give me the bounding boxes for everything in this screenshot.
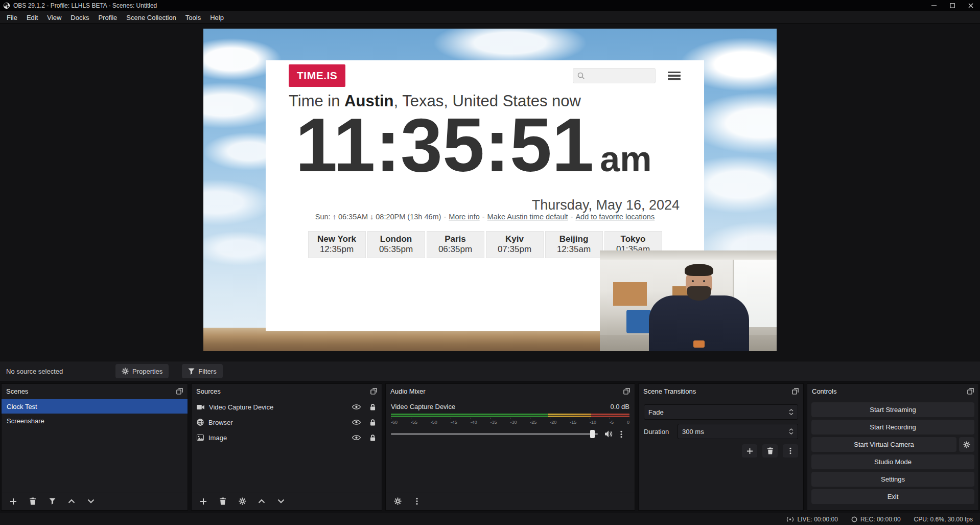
- duration-input[interactable]: 300 ms: [678, 424, 798, 439]
- lock-toggle[interactable]: [370, 419, 376, 426]
- lock-toggle[interactable]: [370, 435, 376, 441]
- properties-button[interactable]: Properties: [115, 364, 169, 378]
- transitions-dock-title: Scene Transitions: [643, 387, 696, 395]
- city-card-new-york: New York 12:35pm: [308, 231, 366, 258]
- sources-dock-title: Sources: [196, 387, 221, 395]
- plus-icon: [200, 498, 207, 505]
- start-virtual-camera-button[interactable]: Start Virtual Camera: [811, 437, 956, 452]
- visibility-toggle[interactable]: [352, 404, 361, 409]
- menu-tools[interactable]: Tools: [181, 11, 205, 24]
- popout-icon[interactable]: [370, 388, 377, 395]
- source-item-video-capture-device[interactable]: Video Capture Device: [192, 399, 382, 415]
- scene-filters-button[interactable]: [46, 496, 58, 507]
- hamburger-menu-icon: [668, 72, 681, 80]
- mute-button[interactable]: [605, 430, 613, 438]
- source-properties-button[interactable]: [237, 496, 248, 507]
- timeis-search-input: [573, 68, 656, 83]
- rec-status: REC: 00:00:00: [851, 516, 901, 523]
- visibility-toggle[interactable]: [352, 435, 361, 440]
- studio-mode-button[interactable]: Studio Mode: [811, 454, 974, 469]
- controls-dock-title: Controls: [812, 387, 836, 395]
- image-icon: [197, 435, 204, 441]
- duration-decrease-button[interactable]: [789, 432, 794, 435]
- source-label: Video Capture Device: [209, 403, 273, 411]
- timeis-date: Thursday, May 16, 2024: [532, 197, 680, 213]
- visibility-toggle[interactable]: [352, 420, 361, 425]
- audio-mixer-dock: Audio Mixer Video Capture Device 0.0 dB …: [385, 383, 635, 511]
- transition-select[interactable]: Fade: [644, 404, 798, 420]
- webcam-hoodie-logo: [693, 340, 705, 348]
- remove-scene-button[interactable]: [27, 496, 38, 507]
- start-streaming-button[interactable]: Start Streaming: [811, 402, 974, 417]
- virtual-camera-config-button[interactable]: [959, 437, 974, 452]
- maximize-button[interactable]: [943, 0, 962, 11]
- gear-icon: [122, 368, 129, 375]
- mixer-menu-button[interactable]: [411, 496, 423, 507]
- timeis-header: TIME.IS: [289, 64, 681, 87]
- gear-icon: [394, 497, 402, 505]
- popout-icon[interactable]: [967, 388, 974, 395]
- city-card-kyiv: Kyiv 07:35pm: [486, 231, 544, 258]
- controls-dock-header[interactable]: Controls: [807, 384, 978, 399]
- source-label: Browser: [208, 419, 233, 426]
- add-scene-button[interactable]: [8, 496, 19, 507]
- menu-profile[interactable]: Profile: [94, 11, 122, 24]
- gear-icon: [239, 497, 246, 505]
- source-item-browser[interactable]: Browser: [192, 415, 382, 430]
- menu-file[interactable]: File: [2, 11, 22, 24]
- sources-dock-header[interactable]: Sources: [192, 384, 382, 399]
- globe-icon: [197, 419, 204, 426]
- scenes-dock: Scenes Clock Test Screenshare: [1, 383, 188, 511]
- mixer-channel-menu-button[interactable]: [620, 430, 622, 438]
- popout-icon[interactable]: [176, 388, 183, 395]
- audio-mixer-dock-header[interactable]: Audio Mixer: [386, 384, 635, 399]
- source-item-image[interactable]: Image: [192, 430, 382, 445]
- add-transition-button[interactable]: [742, 444, 757, 458]
- scene-item-screenshare[interactable]: Screenshare: [2, 414, 188, 428]
- menu-scene-collection[interactable]: Scene Collection: [122, 11, 181, 24]
- move-source-down-button[interactable]: [275, 496, 287, 507]
- popout-icon[interactable]: [792, 388, 799, 395]
- mixer-channel-level: 0.0 dB: [610, 403, 629, 410]
- scenes-dock-header[interactable]: Scenes: [2, 384, 188, 399]
- gear-icon: [963, 441, 970, 448]
- move-scene-down-button[interactable]: [85, 496, 97, 507]
- menu-help[interactable]: Help: [205, 11, 228, 24]
- scene-item-clock-test[interactable]: Clock Test: [2, 399, 188, 414]
- menu-docks[interactable]: Docks: [66, 11, 94, 24]
- preview-canvas[interactable]: TIME.IS Time in Austin, Texas, United St…: [203, 29, 777, 351]
- title-bar[interactable]: OBS 29.1.2 - Profile: LLHLS BETA - Scene…: [0, 0, 980, 11]
- move-scene-up-button[interactable]: [66, 496, 77, 507]
- mixer-channel-name: Video Capture Device: [391, 403, 455, 410]
- menu-view[interactable]: View: [42, 11, 66, 24]
- popout-icon[interactable]: [623, 388, 630, 395]
- plus-icon: [10, 498, 17, 505]
- speaker-icon: [605, 430, 613, 438]
- minimize-button[interactable]: [925, 0, 943, 11]
- menu-edit[interactable]: Edit: [22, 11, 42, 24]
- trash-icon: [29, 497, 36, 505]
- settings-button[interactable]: Settings: [811, 472, 974, 487]
- duration-increase-button[interactable]: [789, 428, 794, 431]
- volume-slider[interactable]: [391, 429, 598, 439]
- start-recording-button[interactable]: Start Recording: [811, 420, 974, 435]
- add-source-button[interactable]: [198, 496, 209, 507]
- scenes-list: Clock Test Screenshare: [2, 399, 188, 492]
- chevron-down-icon: [87, 499, 95, 504]
- chevron-down-icon: [789, 432, 794, 435]
- remove-transition-button[interactable]: [762, 444, 778, 458]
- remove-source-button[interactable]: [217, 496, 228, 507]
- move-source-up-button[interactable]: [256, 496, 267, 507]
- webcam-video-source[interactable]: [600, 250, 777, 351]
- advanced-audio-button[interactable]: [392, 496, 403, 507]
- exit-button[interactable]: Exit: [811, 489, 974, 504]
- lock-toggle[interactable]: [370, 404, 376, 410]
- chevron-up-icon: [258, 499, 265, 504]
- transitions-dock-header[interactable]: Scene Transitions: [639, 384, 803, 399]
- filters-button[interactable]: Filters: [182, 364, 222, 378]
- volume-slider-handle[interactable]: [590, 430, 595, 438]
- scene-transitions-dock: Scene Transitions Fade Duration 300 ms: [638, 383, 804, 511]
- transition-properties-button[interactable]: [783, 444, 798, 458]
- webcam-ceiling: [600, 250, 777, 260]
- close-button[interactable]: [962, 0, 980, 11]
